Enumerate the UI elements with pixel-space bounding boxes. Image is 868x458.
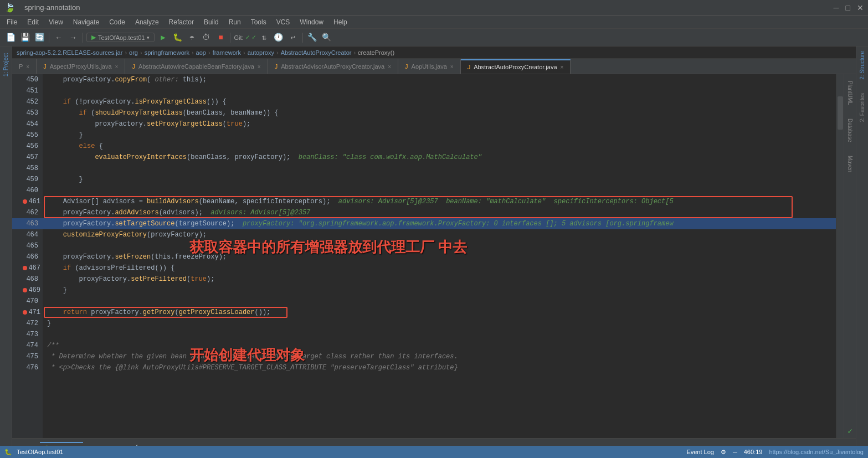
sync-button[interactable]: 🔄 <box>33 32 45 44</box>
bc-sep5: › <box>243 49 245 56</box>
profile-button[interactable]: ⏱ <box>200 32 212 44</box>
menu-refactor[interactable]: Refactor <box>165 17 198 27</box>
bc-sep4: › <box>208 49 210 56</box>
sidebar-item-favorites[interactable]: 2: Favorites <box>857 91 867 124</box>
back-button[interactable]: ← <box>53 32 65 44</box>
tab-abstractautoproxy-close[interactable]: × <box>561 64 564 70</box>
tab-aspectj-icon: J <box>43 63 47 70</box>
run-button[interactable]: ▶ <box>157 32 169 44</box>
tab-aoputils-close[interactable]: × <box>450 64 454 70</box>
new-file-button[interactable]: 📄 <box>4 32 17 44</box>
linenum-454: 454 <box>12 119 43 130</box>
tab-abstractadvisor[interactable]: J AbstractAdvisorAutoProxyCreator.java × <box>268 59 398 74</box>
bc-framework[interactable]: framework <box>213 49 241 56</box>
code-line-455: } <box>43 130 836 141</box>
close-button[interactable]: ✕ <box>857 3 864 12</box>
tab-abstractautoproxy-icon: J <box>468 64 471 70</box>
code-line-476: * <p>Checks the {@link AutoProxyUtils#PR… <box>43 362 836 373</box>
sidebar-item-structure[interactable]: 2: Structure <box>857 49 867 82</box>
code-line-464: customizeProxyFactory(proxyFactory); <box>43 229 836 240</box>
code-line-457: evaluateProxyInterfaces(beanClass, proxy… <box>43 152 836 163</box>
git-revert-button[interactable]: ↩ <box>287 32 299 44</box>
bc-class[interactable]: AbstractAutoProxyCreator <box>281 49 352 56</box>
status-gear-icon[interactable]: ⚙ <box>721 449 726 456</box>
code-line-459: } <box>43 174 836 185</box>
sidebar-item-database[interactable]: Database <box>845 116 855 145</box>
git-label: Git: <box>234 34 243 41</box>
menu-window[interactable]: Window <box>295 17 328 27</box>
code-line-469: } <box>43 285 836 296</box>
git-history-button[interactable]: 🕐 <box>273 32 285 44</box>
menu-view[interactable]: View <box>44 17 68 27</box>
tab-abstractautowire-close[interactable]: × <box>258 64 261 70</box>
stop-button[interactable]: ■ <box>214 32 227 44</box>
debug-config-status: TestOfAop.test01 <box>17 449 63 455</box>
tab-aspectj[interactable]: J AspectJProxyUtils.java × <box>37 59 125 74</box>
linenum-457: 457 <box>12 152 43 163</box>
bc-sep7: › <box>353 49 356 56</box>
tab-project[interactable]: P × <box>12 59 37 74</box>
bc-autoproxy[interactable]: autoproxy <box>248 49 274 56</box>
minimize-button[interactable]: ─ <box>834 3 839 12</box>
save-button[interactable]: 💾 <box>19 32 31 44</box>
tab-abstractautoproxy[interactable]: J AbstractAutoProxyCreator.java × <box>461 59 571 74</box>
dropdown-icon: ▾ <box>147 35 150 40</box>
menu-code[interactable]: Code <box>105 17 130 27</box>
menu-tools[interactable]: Tools <box>246 17 271 27</box>
settings-button[interactable]: 🔧 <box>306 32 319 44</box>
git-update-button[interactable]: ⇅ <box>258 32 270 44</box>
menu-help[interactable]: Help <box>329 17 352 27</box>
boxed-section-2: return proxyFactory.getProxy(getProxyCla… <box>43 307 836 318</box>
code-line-470 <box>43 296 836 307</box>
code-line-465 <box>43 240 836 251</box>
tab-abstractadvisor-close[interactable]: × <box>388 64 391 70</box>
linenum-469: 469 <box>12 285 43 296</box>
code-line-461: Advisor[] advisors = buildAdvisors(beanN… <box>43 196 836 207</box>
linenum-467: 467 <box>12 263 43 274</box>
menu-analyze[interactable]: Analyze <box>131 17 163 27</box>
bc-aop[interactable]: aop <box>196 49 206 56</box>
bc-springframework[interactable]: springframework <box>145 49 189 56</box>
validation-ok-icon: ✓ <box>845 424 854 438</box>
event-log-label[interactable]: Event Log <box>686 449 714 456</box>
sidebar-item-plantuml[interactable]: PlantUML <box>845 79 855 107</box>
code-line-451 <box>43 85 836 96</box>
linenum-476: 476 <box>12 362 43 373</box>
bc-jar[interactable]: spring-aop-5.2.2.RELEASE-sources.jar <box>17 49 122 56</box>
bc-org[interactable]: org <box>129 49 138 56</box>
find-button[interactable]: 🔍 <box>321 32 333 44</box>
code-area: 450 451 452 453 454 455 456 457 458 459 … <box>12 74 856 438</box>
tab-project-close[interactable]: × <box>26 64 29 70</box>
toolbar-sep-3 <box>230 33 230 43</box>
bc-sep3: › <box>192 49 194 56</box>
linenum-475: 475 <box>12 351 43 362</box>
linenum-458: 458 <box>12 163 43 174</box>
menu-navigate[interactable]: Navigate <box>69 17 104 27</box>
coverage-button[interactable]: ☂ <box>186 32 198 44</box>
boxed-section-1: Advisor[] advisors = buildAdvisors(beanN… <box>43 196 836 218</box>
app-title: spring-annotation <box>24 3 80 12</box>
csdn-url[interactable]: https://blog.csdn.net/Su_Jiventolog <box>769 449 864 456</box>
code-line-474: /** <box>43 340 836 351</box>
sidebar-item-maven[interactable]: Maven <box>845 153 855 174</box>
debug-button[interactable]: 🐛 <box>171 32 183 44</box>
menu-build[interactable]: Build <box>199 17 223 27</box>
run-config-selector[interactable]: ▶ TestOfAop.test01 ▾ <box>86 33 155 42</box>
linenum-459: 459 <box>12 174 43 185</box>
menu-edit[interactable]: Edit <box>23 17 43 27</box>
tab-abstractautowire[interactable]: J AbstractAutowireCapableBeanFactory.jav… <box>125 59 268 74</box>
linenum-460: 460 <box>12 185 43 196</box>
menu-file[interactable]: File <box>2 17 22 27</box>
code-line-458 <box>43 163 836 174</box>
maximize-button[interactable]: □ <box>846 3 850 12</box>
tab-aoputils[interactable]: J AopUtils.java × <box>398 59 461 74</box>
linenum-453: 453 <box>12 107 43 119</box>
menu-run[interactable]: Run <box>224 17 245 27</box>
forward-button[interactable]: → <box>67 32 79 44</box>
status-bar: 🐛 TestOfAop.test01 Event Log ⚙ ─ 460:19 … <box>0 446 868 458</box>
tab-aspectj-close[interactable]: × <box>115 64 119 70</box>
sidebar-item-project[interactable]: 1: Project <box>1 51 11 79</box>
status-minus-icon[interactable]: ─ <box>733 449 737 456</box>
menu-vcs[interactable]: VCS <box>272 17 295 27</box>
linenum-464: 464 <box>12 229 43 240</box>
